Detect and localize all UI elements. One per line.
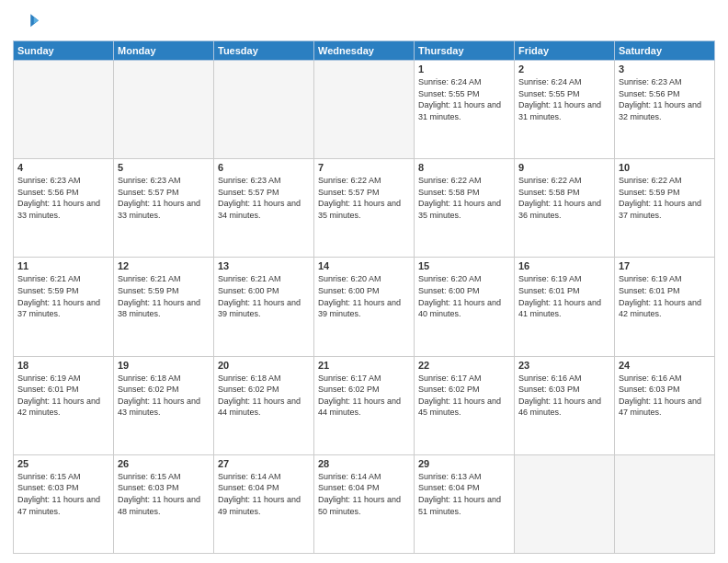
day-number: 14 — [318, 260, 410, 271]
calendar-cell: 2Sunrise: 6:24 AM Sunset: 5:55 PM Daylig… — [515, 61, 615, 159]
day-header-tuesday: Tuesday — [214, 41, 314, 61]
calendar-cell: 26Sunrise: 6:15 AM Sunset: 6:03 PM Dayli… — [114, 454, 214, 553]
day-info: Sunrise: 6:16 AM Sunset: 6:03 PM Dayligh… — [518, 373, 610, 419]
calendar-cell: 20Sunrise: 6:18 AM Sunset: 6:02 PM Dayli… — [214, 356, 314, 454]
day-number: 3 — [619, 63, 711, 75]
day-header-thursday: Thursday — [415, 41, 515, 61]
calendar-cell: 8Sunrise: 6:22 AM Sunset: 5:58 PM Daylig… — [415, 159, 515, 258]
day-info: Sunrise: 6:24 AM Sunset: 5:55 PM Dayligh… — [418, 76, 510, 122]
calendar-cell: 25Sunrise: 6:15 AM Sunset: 6:03 PM Dayli… — [14, 454, 114, 553]
day-number: 9 — [518, 162, 610, 173]
calendar-cell: 18Sunrise: 6:19 AM Sunset: 6:01 PM Dayli… — [14, 356, 114, 454]
calendar-cell — [515, 454, 615, 553]
day-info: Sunrise: 6:16 AM Sunset: 6:03 PM Dayligh… — [619, 373, 711, 419]
calendar-cell: 15Sunrise: 6:20 AM Sunset: 6:00 PM Dayli… — [415, 258, 515, 356]
page: SundayMondayTuesdayWednesdayThursdayFrid… — [0, 0, 728, 563]
day-info: Sunrise: 6:19 AM Sunset: 6:01 PM Dayligh… — [17, 373, 109, 419]
day-info: Sunrise: 6:14 AM Sunset: 6:04 PM Dayligh… — [318, 471, 410, 517]
day-number: 24 — [619, 360, 711, 371]
calendar-cell: 1Sunrise: 6:24 AM Sunset: 5:55 PM Daylig… — [415, 61, 515, 159]
calendar-cell: 29Sunrise: 6:13 AM Sunset: 6:04 PM Dayli… — [415, 454, 515, 553]
calendar-cell: 10Sunrise: 6:22 AM Sunset: 5:59 PM Dayli… — [615, 159, 715, 258]
calendar-cell: 11Sunrise: 6:21 AM Sunset: 5:59 PM Dayli… — [14, 258, 114, 356]
day-number: 1 — [418, 63, 510, 75]
day-info: Sunrise: 6:17 AM Sunset: 6:02 PM Dayligh… — [318, 373, 410, 419]
calendar-cell — [214, 61, 314, 159]
day-number: 2 — [518, 63, 610, 75]
day-info: Sunrise: 6:18 AM Sunset: 6:02 PM Dayligh… — [218, 373, 310, 419]
day-info: Sunrise: 6:15 AM Sunset: 6:03 PM Dayligh… — [118, 471, 210, 517]
day-info: Sunrise: 6:20 AM Sunset: 6:00 PM Dayligh… — [418, 273, 510, 319]
calendar-cell: 22Sunrise: 6:17 AM Sunset: 6:02 PM Dayli… — [415, 356, 515, 454]
calendar-table: SundayMondayTuesdayWednesdayThursdayFrid… — [13, 40, 715, 554]
svg-marker-1 — [34, 17, 39, 24]
day-number: 11 — [17, 260, 109, 271]
calendar-cell: 13Sunrise: 6:21 AM Sunset: 6:00 PM Dayli… — [214, 258, 314, 356]
day-number: 18 — [17, 360, 109, 371]
day-number: 12 — [118, 260, 210, 271]
day-info: Sunrise: 6:24 AM Sunset: 5:55 PM Dayligh… — [518, 76, 610, 122]
day-number: 15 — [418, 260, 510, 271]
day-number: 7 — [318, 162, 410, 173]
day-number: 16 — [518, 260, 610, 271]
day-number: 6 — [218, 162, 310, 173]
calendar-cell: 9Sunrise: 6:22 AM Sunset: 5:58 PM Daylig… — [515, 159, 615, 258]
day-info: Sunrise: 6:19 AM Sunset: 6:01 PM Dayligh… — [518, 273, 610, 319]
day-header-wednesday: Wednesday — [314, 41, 415, 61]
day-info: Sunrise: 6:22 AM Sunset: 5:59 PM Dayligh… — [619, 175, 711, 221]
day-header-monday: Monday — [114, 41, 214, 61]
day-number: 4 — [17, 162, 109, 173]
day-header-sunday: Sunday — [14, 41, 114, 61]
calendar-cell: 21Sunrise: 6:17 AM Sunset: 6:02 PM Dayli… — [314, 356, 415, 454]
day-info: Sunrise: 6:14 AM Sunset: 6:04 PM Dayligh… — [218, 471, 310, 517]
day-info: Sunrise: 6:22 AM Sunset: 5:58 PM Dayligh… — [418, 175, 510, 221]
calendar-cell: 17Sunrise: 6:19 AM Sunset: 6:01 PM Dayli… — [615, 258, 715, 356]
calendar-cell — [14, 61, 114, 159]
day-number: 20 — [218, 360, 310, 371]
calendar-cell: 23Sunrise: 6:16 AM Sunset: 6:03 PM Dayli… — [515, 356, 615, 454]
calendar-cell: 28Sunrise: 6:14 AM Sunset: 6:04 PM Dayli… — [314, 454, 415, 553]
day-number: 17 — [619, 260, 711, 271]
day-info: Sunrise: 6:21 AM Sunset: 5:59 PM Dayligh… — [118, 273, 210, 319]
day-number: 29 — [418, 458, 510, 469]
calendar-cell: 24Sunrise: 6:16 AM Sunset: 6:03 PM Dayli… — [615, 356, 715, 454]
calendar-cell: 6Sunrise: 6:23 AM Sunset: 5:57 PM Daylig… — [214, 159, 314, 258]
calendar-cell: 4Sunrise: 6:23 AM Sunset: 5:56 PM Daylig… — [14, 159, 114, 258]
day-number: 28 — [318, 458, 410, 469]
day-info: Sunrise: 6:21 AM Sunset: 5:59 PM Dayligh… — [17, 273, 109, 319]
day-info: Sunrise: 6:21 AM Sunset: 6:00 PM Dayligh… — [218, 273, 310, 319]
day-number: 21 — [318, 360, 410, 371]
calendar-cell: 27Sunrise: 6:14 AM Sunset: 6:04 PM Dayli… — [214, 454, 314, 553]
day-info: Sunrise: 6:13 AM Sunset: 6:04 PM Dayligh… — [418, 471, 510, 517]
calendar-cell: 5Sunrise: 6:23 AM Sunset: 5:57 PM Daylig… — [114, 159, 214, 258]
day-number: 25 — [17, 458, 109, 469]
day-info: Sunrise: 6:20 AM Sunset: 6:00 PM Dayligh… — [318, 273, 410, 319]
day-info: Sunrise: 6:15 AM Sunset: 6:03 PM Dayligh… — [17, 471, 109, 517]
day-number: 10 — [619, 162, 711, 173]
calendar-cell — [314, 61, 415, 159]
calendar-cell: 14Sunrise: 6:20 AM Sunset: 6:00 PM Dayli… — [314, 258, 415, 356]
day-info: Sunrise: 6:22 AM Sunset: 5:58 PM Dayligh… — [518, 175, 610, 221]
day-info: Sunrise: 6:23 AM Sunset: 5:56 PM Dayligh… — [17, 175, 109, 221]
calendar-cell — [615, 454, 715, 553]
day-info: Sunrise: 6:19 AM Sunset: 6:01 PM Dayligh… — [619, 273, 711, 319]
day-number: 27 — [218, 458, 310, 469]
day-number: 26 — [118, 458, 210, 469]
day-number: 23 — [518, 360, 610, 371]
day-info: Sunrise: 6:23 AM Sunset: 5:57 PM Dayligh… — [118, 175, 210, 221]
day-info: Sunrise: 6:18 AM Sunset: 6:02 PM Dayligh… — [118, 373, 210, 419]
calendar-cell: 16Sunrise: 6:19 AM Sunset: 6:01 PM Dayli… — [515, 258, 615, 356]
day-header-saturday: Saturday — [615, 41, 715, 61]
day-number: 19 — [118, 360, 210, 371]
day-number: 13 — [218, 260, 310, 271]
day-number: 8 — [418, 162, 510, 173]
logo-icon — [13, 9, 39, 35]
day-info: Sunrise: 6:17 AM Sunset: 6:02 PM Dayligh… — [418, 373, 510, 419]
calendar-cell: 3Sunrise: 6:23 AM Sunset: 5:56 PM Daylig… — [615, 61, 715, 159]
logo — [13, 9, 42, 35]
day-info: Sunrise: 6:22 AM Sunset: 5:57 PM Dayligh… — [318, 175, 410, 221]
calendar-cell — [114, 61, 214, 159]
header — [13, 9, 715, 35]
calendar-cell: 7Sunrise: 6:22 AM Sunset: 5:57 PM Daylig… — [314, 159, 415, 258]
calendar-cell: 19Sunrise: 6:18 AM Sunset: 6:02 PM Dayli… — [114, 356, 214, 454]
